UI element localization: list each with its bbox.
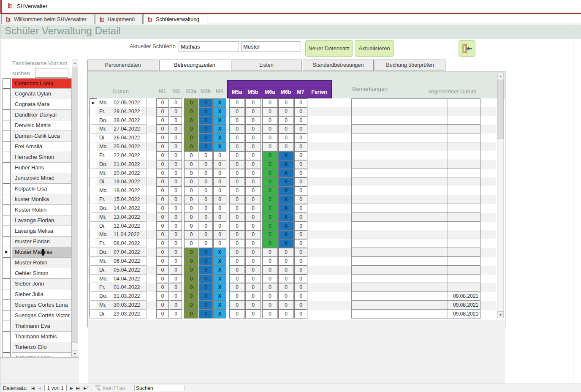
cell-m7[interactable]: 0 (294, 248, 307, 257)
day-cell[interactable]: Do. (97, 204, 110, 213)
cell-m3b[interactable]: 0 (199, 186, 213, 195)
cell-m4[interactable]: X (213, 292, 226, 301)
cell-m6b[interactable]: 0 (278, 257, 294, 266)
date-cell[interactable]: 21.04.2022 (110, 160, 147, 169)
cell-m6b[interactable]: 0 (278, 98, 294, 107)
cell-abgerechnet[interactable] (448, 133, 481, 142)
cell-m3a[interactable]: 0 (184, 116, 198, 125)
cell-m3a[interactable]: 0 (184, 283, 198, 292)
date-cell[interactable]: 19.04.2022 (110, 177, 147, 186)
cell-m5b[interactable]: 0 (245, 195, 261, 204)
cell-m1[interactable]: 0 (156, 177, 169, 186)
date-cell[interactable]: 02.05.2022 (110, 98, 147, 107)
cell-m6a[interactable]: 0 (262, 204, 278, 213)
sidebar-scroll-down-icon[interactable]: ▼ (72, 350, 78, 357)
student-row[interactable]: Lavanga Melisa (3, 226, 72, 237)
record-selector[interactable] (3, 120, 11, 131)
cell-m6a[interactable]: 0 (262, 142, 278, 151)
cell-m2[interactable]: 0 (170, 239, 182, 248)
cell-m4[interactable]: 0 (213, 160, 226, 169)
record-search-input[interactable] (134, 385, 185, 391)
cell-m3a[interactable]: 0 (184, 230, 198, 239)
day-cell[interactable]: Fr. (97, 239, 110, 248)
record-selector[interactable] (90, 301, 97, 310)
cell-m6a[interactable]: 0 (262, 248, 278, 257)
cell-m1[interactable]: 0 (156, 142, 169, 151)
record-selector[interactable] (90, 186, 97, 195)
cell-m4[interactable]: 0 (213, 186, 226, 195)
record-selector[interactable] (90, 222, 97, 231)
cell-m7[interactable]: 0 (294, 310, 307, 318)
student-row[interactable]: Suengas Cortés Victor (3, 310, 72, 321)
cell-m2[interactable]: 0 (170, 222, 182, 231)
cell-m3a[interactable]: 0 (184, 222, 198, 231)
day-cell[interactable]: Fr. (97, 107, 110, 116)
record-selector[interactable] (90, 283, 97, 292)
cell-m5a[interactable]: 0 (229, 169, 245, 178)
cell-m2[interactable]: 0 (170, 125, 182, 133)
cell-m3b[interactable]: 0 (199, 310, 213, 318)
cell-m6b[interactable]: 0 (278, 275, 294, 283)
cell-m4[interactable]: 0 (213, 169, 226, 178)
cell-m6b[interactable]: 0 (278, 107, 294, 116)
cell-m6b[interactable]: X (278, 204, 294, 213)
cell-m3a[interactable]: 0 (184, 248, 198, 257)
cell-m6b[interactable]: X (278, 169, 294, 178)
cell-m3b[interactable]: 0 (199, 248, 213, 257)
cell-m5a[interactable]: 0 (229, 186, 245, 195)
cell-m5b[interactable]: 0 (245, 151, 261, 160)
cell-m3a[interactable]: 0 (184, 125, 198, 133)
record-selector[interactable] (90, 169, 97, 178)
cell-m5a[interactable]: 0 (229, 151, 245, 160)
date-cell[interactable]: 01.04.2022 (110, 283, 147, 292)
cell-m4[interactable]: X (213, 98, 226, 107)
cell-bemerkungen[interactable] (351, 283, 448, 292)
cell-m3a[interactable]: 0 (184, 107, 198, 116)
sidebar-scroll-up-icon[interactable]: ▲ (72, 60, 78, 66)
cell-m2[interactable]: 0 (170, 195, 182, 204)
day-cell[interactable]: Fr. (97, 151, 110, 160)
cell-abgerechnet[interactable] (448, 213, 481, 222)
cell-m3a[interactable]: 0 (184, 186, 198, 195)
cell-m5b[interactable]: 0 (245, 301, 261, 310)
cell-m7[interactable]: 0 (294, 257, 307, 266)
cell-bemerkungen[interactable] (351, 275, 448, 283)
cell-m6a[interactable]: 0 (262, 292, 278, 301)
record-selector[interactable] (90, 116, 97, 125)
cell-m7[interactable]: 0 (294, 239, 307, 248)
cell-abgerechnet[interactable] (448, 257, 481, 266)
record-selector[interactable]: ▶ (3, 247, 11, 258)
cell-m5a[interactable]: 0 (229, 125, 245, 133)
student-row[interactable]: Thalmann Eva (3, 321, 72, 332)
cell-bemerkungen[interactable] (351, 142, 448, 151)
record-selector[interactable] (90, 292, 97, 301)
day-cell[interactable]: Do. (97, 248, 110, 257)
cell-m6b[interactable]: 0 (278, 142, 294, 151)
day-cell[interactable]: Di. (97, 310, 110, 318)
day-cell[interactable]: Di. (97, 266, 110, 275)
record-selector[interactable] (90, 257, 97, 266)
cell-m4[interactable]: 0 (213, 239, 226, 248)
cell-m5b[interactable]: 0 (245, 222, 261, 231)
cell-bemerkungen[interactable] (351, 98, 448, 107)
record-selector[interactable] (3, 110, 11, 120)
cell-abgerechnet[interactable] (448, 116, 481, 125)
refresh-button[interactable]: Aktualisieren (355, 40, 394, 57)
cell-abgerechnet[interactable] (448, 275, 481, 283)
cell-bemerkungen[interactable] (351, 116, 448, 125)
student-row[interactable]: Sieber Julia (3, 289, 72, 300)
record-selector[interactable] (3, 353, 11, 357)
cell-bemerkungen[interactable] (351, 301, 448, 310)
cell-m1[interactable]: 0 (156, 275, 169, 283)
cell-m2[interactable]: 0 (170, 266, 182, 275)
record-selector[interactable] (3, 279, 11, 289)
record-selector[interactable] (90, 266, 97, 275)
cell-m3b[interactable]: 0 (199, 283, 213, 292)
record-selector[interactable] (90, 239, 97, 248)
cell-m3b[interactable]: 0 (199, 292, 213, 301)
cell-m6a[interactable]: 0 (262, 239, 278, 248)
cell-m4[interactable]: X (213, 266, 226, 275)
cell-m2[interactable]: 0 (170, 116, 182, 125)
cell-m5b[interactable]: 0 (245, 204, 261, 213)
cell-m6a[interactable]: 0 (262, 310, 278, 318)
